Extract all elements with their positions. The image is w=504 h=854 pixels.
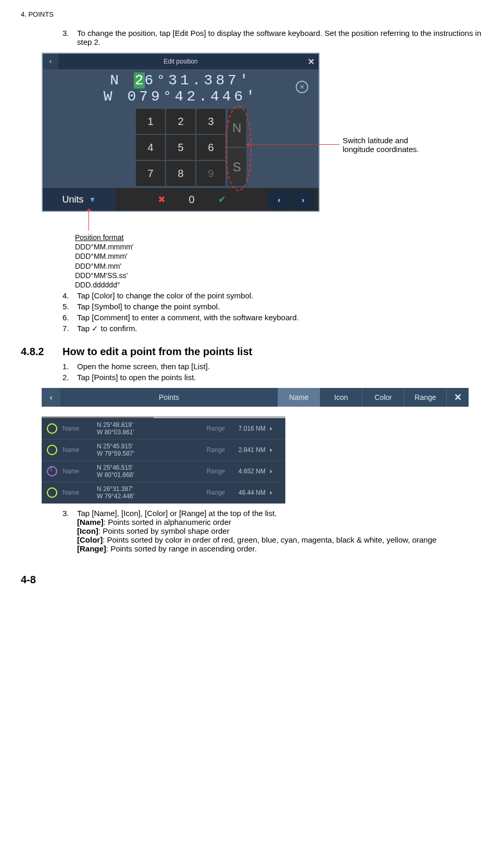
row-name-label: Name (62, 446, 97, 454)
key-7[interactable]: 7 (136, 161, 165, 186)
points-list-figure: ‹ Points Name Icon Color Range ✕ Name N … (42, 388, 469, 504)
row-coords: N 25°48.819'W 80°03.861' (97, 421, 188, 436)
next-button[interactable]: › (292, 190, 314, 209)
ns-switch-column: N S (228, 109, 246, 187)
step-text: Tap [Name], [Icon], [Color] or [Range] a… (77, 509, 483, 553)
table-row[interactable]: Name N 25°48.819'W 80°03.861' Range 7.01… (42, 418, 285, 439)
row-range-label: Range (188, 468, 225, 475)
panel-header: ‹ Edit position ✕ (43, 54, 319, 69)
position-display: N 26°31.387' W 079°42.446' ✕ (43, 69, 319, 107)
chevron-down-icon: ▼ (89, 195, 96, 204)
units-annotation-arrow (89, 210, 89, 231)
key-5[interactable]: 5 (166, 135, 195, 160)
latitude-display: N 26°31.387' (43, 72, 319, 89)
n-button[interactable]: N (228, 109, 246, 147)
step-num: 7. (62, 324, 77, 333)
units-button[interactable]: Units ▼ (43, 188, 116, 211)
step-num: 1. (62, 362, 77, 371)
step-text: Tap ✓ to confirm. (77, 324, 483, 333)
close-icon[interactable]: ✕ (308, 57, 314, 67)
prev-button[interactable]: ‹ (268, 190, 291, 209)
row-range-label: Range (188, 489, 225, 496)
key-8[interactable]: 8 (166, 161, 195, 186)
point-icon (47, 445, 57, 455)
page-header: 4. POINTS (21, 10, 483, 18)
row-range-value: 2.841 NM (225, 446, 270, 454)
s-button[interactable]: S (228, 148, 246, 186)
row-range-value: 4.652 NM (225, 468, 270, 475)
close-icon[interactable]: ✕ (446, 388, 469, 407)
step-text: Tap [Points] to open the points list. (77, 373, 483, 382)
step-num: 6. (62, 313, 77, 322)
edit-position-figure: ‹ Edit position ✕ N 26°31.387' W 079°42.… (42, 53, 453, 212)
point-icon (47, 466, 57, 476)
confirm-key[interactable]: ✔ (207, 190, 236, 209)
lat-suffix: 6°31.387' (145, 72, 251, 89)
step-num: 5. (62, 302, 77, 311)
clear-icon[interactable]: ✕ (296, 81, 308, 93)
key-9[interactable]: 9 (196, 161, 225, 186)
point-icon (47, 487, 57, 498)
sort-tabs: Name Icon Color Range (278, 388, 446, 407)
table-row[interactable]: Name N 25°46.515'W 80°01.666' Range 4.65… (42, 461, 285, 482)
annotation-arrow (248, 144, 339, 145)
panel-title: Edit position (163, 58, 197, 65)
row-range-label: Range (188, 425, 225, 432)
step-text: To change the position, tap [Edit Pos] t… (77, 29, 483, 46)
row-range-label: Range (188, 446, 225, 454)
key-1[interactable]: 1 (136, 109, 165, 134)
row-range-value: 7.016 NM (225, 425, 270, 432)
points-list-header: ‹ Points Name Icon Color Range ✕ (42, 388, 469, 407)
scrollbar[interactable] (42, 417, 285, 418)
numeric-keypad: 1 2 3 4 5 6 7 8 9 (136, 109, 225, 186)
key-2[interactable]: 2 (166, 109, 195, 134)
chevron-right-icon: › (270, 446, 281, 454)
lat-prefix: N (110, 72, 134, 89)
row-coords: N 26°31.387'W 79°42.446' (97, 485, 188, 500)
chevron-right-icon: › (270, 468, 281, 475)
row-name-label: Name (62, 468, 97, 475)
page-number: 4-8 (21, 574, 483, 586)
longitude-display: W 079°42.446' (43, 89, 319, 105)
point-icon (47, 423, 57, 434)
bottom-bar: Units ▼ ✖ 0 ✔ ‹ › (43, 188, 319, 211)
units-label: Units (62, 194, 84, 205)
key-0[interactable]: 0 (177, 190, 206, 209)
position-format-annotation: Position format DDD°MM.mmmm' DDD°MM.mmm'… (75, 233, 133, 290)
step-list-after: 3. Tap [Name], [Icon], [Color] or [Range… (62, 509, 483, 553)
section-title: How to edit a point from the points list (62, 346, 252, 357)
key-6[interactable]: 6 (196, 135, 225, 160)
step-text: Tap [Symbol] to change the point symbol. (77, 302, 483, 311)
table-row[interactable]: Name N 25°45.915'W 79°59.587' Range 2.84… (42, 439, 285, 461)
row-coords: N 25°45.915'W 79°59.587' (97, 443, 188, 458)
back-button[interactable]: ‹ (43, 54, 58, 69)
step-text: Tap [Color] to change the color of the p… (77, 291, 483, 300)
step-num: 3. (62, 509, 77, 553)
tab-name[interactable]: Name (278, 388, 320, 407)
step-list-mid: 4.Tap [Color] to change the color of the… (62, 291, 483, 333)
step-list-482: 1.Open the home screen, then tap [List].… (62, 362, 483, 382)
keypad-area: 1 2 3 4 5 6 7 8 9 N S (43, 107, 319, 188)
chevron-right-icon: › (270, 425, 281, 432)
tab-color[interactable]: Color (362, 388, 404, 407)
row-name-label: Name (62, 425, 97, 432)
step-num: 2. (62, 373, 77, 382)
cancel-key[interactable]: ✖ (147, 190, 176, 209)
tab-icon[interactable]: Icon (320, 388, 362, 407)
lat-cursor-digit: 2 (134, 72, 145, 89)
back-button[interactable]: ‹ (42, 388, 60, 407)
row-range-value: 46.44 NM (225, 489, 270, 496)
section-number: 4.8.2 (21, 346, 62, 358)
table-row[interactable]: Name N 26°31.387'W 79°42.446' Range 46.4… (42, 482, 285, 504)
key-4[interactable]: 4 (136, 135, 165, 160)
row-coords: N 25°46.515'W 80°01.666' (97, 464, 188, 479)
step-list-top: 3. To change the position, tap [Edit Pos… (62, 29, 483, 46)
points-rows: Name N 25°48.819'W 80°03.861' Range 7.01… (42, 416, 285, 504)
tab-range[interactable]: Range (404, 388, 446, 407)
key-3[interactable]: 3 (196, 109, 225, 134)
section-heading: 4.8.2How to edit a point from the points… (21, 346, 483, 358)
row-name-label: Name (62, 489, 97, 496)
step-text: Open the home screen, then tap [List]. (77, 362, 483, 371)
chevron-right-icon: › (270, 489, 281, 496)
annotation-switch: Switch latitude and longitude coordinate… (343, 136, 419, 154)
